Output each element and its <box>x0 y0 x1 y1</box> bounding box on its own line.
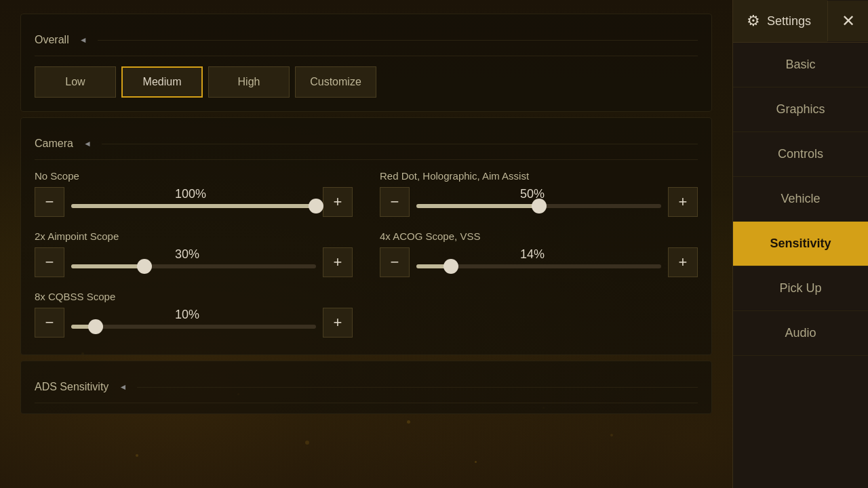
no-scope-label: No Scope <box>35 170 353 182</box>
cqbss-track-wrapper: 10% <box>71 308 316 338</box>
red-dot-decrease-button[interactable]: − <box>380 187 410 217</box>
aimpoint-group: 2x Aimpoint Scope − 30% + <box>35 230 353 277</box>
plus-icon-3: + <box>334 253 342 271</box>
ads-divider <box>137 387 698 388</box>
red-dot-label: Red Dot, Holographic, Aim Assist <box>380 170 698 182</box>
red-dot-control: − 50% + <box>380 187 698 217</box>
cqbss-value: 10% <box>175 308 212 322</box>
red-dot-group: Red Dot, Holographic, Aim Assist − 50% + <box>380 170 698 217</box>
camera-arrow-icon: ◄ <box>83 139 92 148</box>
camera-title: Camera <box>35 138 73 150</box>
no-scope-fill <box>71 204 316 208</box>
ads-header: ADS Sensitivity ◄ <box>35 371 698 403</box>
settings-header-button[interactable]: ⚙ Settings <box>733 0 827 42</box>
sidebar-item-basic[interactable]: Basic <box>733 43 868 87</box>
overall-title: Overall <box>35 34 69 46</box>
acog-thumb[interactable] <box>443 259 458 274</box>
no-scope-track[interactable] <box>71 204 316 208</box>
acog-increase-button[interactable]: + <box>668 247 698 277</box>
acog-decrease-button[interactable]: − <box>380 247 410 277</box>
preset-medium-button[interactable]: Medium <box>121 66 203 98</box>
overall-header: Overall ◄ <box>35 24 698 56</box>
sidebar: ⚙ Settings ✕ Basic Graphics Controls Veh… <box>732 0 868 488</box>
red-dot-thumb[interactable] <box>532 199 547 214</box>
plus-icon-5: + <box>334 314 342 331</box>
no-scope-group: No Scope − 100% + <box>35 170 353 217</box>
acog-track[interactable] <box>416 264 661 268</box>
no-scope-increase-button[interactable]: + <box>323 187 353 217</box>
cqbss-control: − 10% + <box>35 308 353 338</box>
cqbss-thumb[interactable] <box>88 319 103 334</box>
preset-customize-button[interactable]: Customize <box>295 66 376 98</box>
overall-arrow-icon: ◄ <box>79 35 87 45</box>
acog-control: − 14% + <box>380 247 698 277</box>
red-dot-track[interactable] <box>416 204 661 208</box>
red-dot-increase-button[interactable]: + <box>668 187 698 217</box>
sidebar-item-controls[interactable]: Controls <box>733 132 868 177</box>
minus-icon-4: − <box>391 253 399 271</box>
aimpoint-control: − 30% + <box>35 247 353 277</box>
sidebar-item-graphics[interactable]: Graphics <box>733 87 868 132</box>
plus-icon: + <box>334 193 342 211</box>
aimpoint-thumb[interactable] <box>137 259 152 274</box>
aimpoint-track[interactable] <box>71 264 316 268</box>
no-scope-track-wrapper: 100% <box>71 187 316 217</box>
aimpoint-decrease-button[interactable]: − <box>35 247 64 277</box>
acog-value: 14% <box>520 247 557 262</box>
minus-icon-3: − <box>45 253 54 271</box>
sidebar-item-vehicle[interactable]: Vehicle <box>733 177 868 222</box>
cqbss-track[interactable] <box>71 325 316 329</box>
ads-section: ADS Sensitivity ◄ <box>20 361 712 414</box>
minus-icon-2: − <box>391 193 399 211</box>
preset-low-button[interactable]: Low <box>35 66 116 98</box>
no-scope-thumb[interactable] <box>309 199 323 214</box>
overall-section: Overall ◄ Low Medium High Customize <box>20 14 712 112</box>
sidebar-item-pickup[interactable]: Pick Up <box>733 266 868 311</box>
cqbss-label: 8x CQBSS Scope <box>35 291 353 302</box>
acog-label: 4x ACOG Scope, VSS <box>380 230 698 242</box>
red-dot-track-wrapper: 50% <box>416 187 661 217</box>
aimpoint-value: 30% <box>175 247 212 262</box>
settings-label: Settings <box>767 14 811 28</box>
gear-icon: ⚙ <box>747 12 760 30</box>
cqbss-decrease-button[interactable]: − <box>35 308 64 338</box>
no-scope-value: 100% <box>175 187 212 201</box>
close-button[interactable]: ✕ <box>827 1 868 41</box>
no-scope-control: − 100% + <box>35 187 353 217</box>
aimpoint-fill <box>71 264 144 268</box>
ads-arrow-icon: ◄ <box>119 382 127 392</box>
plus-icon-4: + <box>679 253 688 271</box>
camera-header: Camera ◄ <box>35 128 698 160</box>
minus-icon-5: − <box>45 314 54 331</box>
sidebar-item-sensitivity[interactable]: Sensitivity <box>733 222 868 266</box>
aimpoint-track-wrapper: 30% <box>71 247 316 277</box>
sidebar-nav: Basic Graphics Controls Vehicle Sensitiv… <box>733 43 868 488</box>
overall-divider <box>98 40 698 41</box>
minus-icon: − <box>45 193 54 211</box>
camera-sliders-grid: No Scope − 100% + <box>35 170 698 338</box>
aimpoint-increase-button[interactable]: + <box>323 247 353 277</box>
preset-high-button[interactable]: High <box>208 66 290 98</box>
plus-icon-2: + <box>679 193 688 211</box>
acog-track-wrapper: 14% <box>416 247 661 277</box>
no-scope-decrease-button[interactable]: − <box>35 187 64 217</box>
red-dot-fill <box>416 204 539 208</box>
aimpoint-label: 2x Aimpoint Scope <box>35 230 353 242</box>
camera-divider <box>102 144 698 144</box>
cqbss-increase-button[interactable]: + <box>323 308 353 338</box>
sidebar-item-audio[interactable]: Audio <box>733 311 868 356</box>
main-content: Overall ◄ Low Medium High Customize Came… <box>0 0 732 488</box>
preset-buttons-group: Low Medium High Customize <box>35 66 698 98</box>
camera-section: Camera ◄ No Scope − 100% <box>20 117 712 355</box>
acog-group: 4x ACOG Scope, VSS − 14% + <box>380 230 698 277</box>
ads-title: ADS Sensitivity <box>35 381 108 393</box>
cqbss-group: 8x CQBSS Scope − 10% + <box>35 291 353 338</box>
sidebar-header: ⚙ Settings ✕ <box>733 0 868 43</box>
